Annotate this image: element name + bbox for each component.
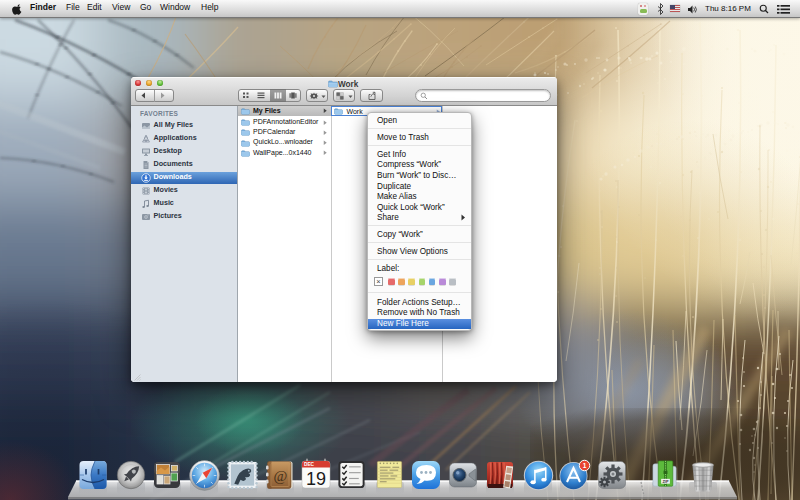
svg-text:19: 19 [306, 469, 326, 489]
svg-text:1: 1 [583, 461, 587, 468]
svg-text:@: @ [274, 468, 288, 484]
svg-text:DEC: DEC [304, 462, 315, 467]
svg-text:ZIP: ZIP [662, 479, 668, 484]
